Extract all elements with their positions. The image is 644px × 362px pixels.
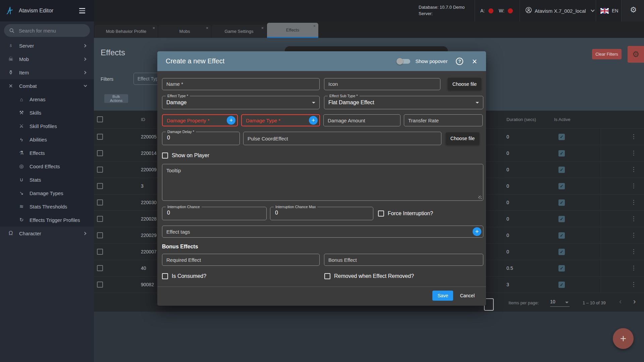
row-checkbox[interactable] bbox=[97, 249, 103, 255]
language-selector[interactable]: EN bbox=[600, 0, 618, 21]
close-icon[interactable]: × bbox=[313, 24, 316, 28]
pulse-choose-file-button[interactable]: Choose file bbox=[446, 132, 479, 145]
resize-handle[interactable] bbox=[478, 196, 482, 199]
row-menu-button[interactable]: ⋮ bbox=[630, 281, 637, 288]
row-duration: 0 bbox=[506, 150, 509, 156]
close-icon[interactable]: × bbox=[261, 26, 264, 30]
interruption-chance-max-field[interactable]: Interruption Chance Max bbox=[270, 207, 373, 220]
damage-property-field[interactable]: Damage Property * + bbox=[162, 114, 238, 126]
row-menu-button[interactable]: ⋮ bbox=[630, 215, 637, 222]
sidebar-item-effects-trigger-profiles[interactable]: ↻ Effects Trigger Profiles bbox=[0, 213, 94, 227]
row-active-checkbox[interactable]: ✓ bbox=[558, 216, 565, 222]
row-menu-button[interactable]: ⋮ bbox=[630, 149, 637, 157]
required-effect-field[interactable] bbox=[162, 254, 320, 266]
row-active-checkbox[interactable]: ✓ bbox=[558, 150, 565, 157]
damage-delay-field[interactable]: Damage Delay * bbox=[162, 132, 240, 145]
damage-amount-field[interactable] bbox=[323, 114, 400, 126]
show-on-player-checkbox[interactable] bbox=[162, 153, 168, 159]
row-menu-button[interactable]: ⋮ bbox=[630, 133, 637, 140]
row-active-checkbox[interactable]: ✓ bbox=[558, 134, 565, 140]
row-active-checkbox[interactable]: ✓ bbox=[558, 249, 565, 255]
sidebar-item-character[interactable]: Ω Character bbox=[0, 227, 94, 240]
cancel-button[interactable]: Cancel bbox=[458, 293, 477, 299]
sidebar-item-skill-profiles[interactable]: ⚔ Skill Profiles bbox=[0, 119, 94, 133]
row-active-checkbox[interactable]: ✓ bbox=[558, 282, 565, 288]
row-active-checkbox[interactable]: ✓ bbox=[558, 265, 565, 272]
clear-filters-button[interactable]: Clear Filters bbox=[592, 49, 622, 59]
tab-game-settings[interactable]: Game Settings × bbox=[212, 25, 266, 38]
row-active-checkbox[interactable]: ✓ bbox=[558, 167, 565, 173]
select-all-checkbox[interactable] bbox=[97, 116, 103, 122]
add-damage-property-button[interactable]: + bbox=[227, 116, 235, 125]
interruption-chance-field[interactable]: Interruption Chance bbox=[162, 207, 267, 220]
settings-gear-icon[interactable]: ⚙ bbox=[630, 6, 637, 14]
icon-choose-file-button[interactable]: Choose file bbox=[448, 78, 481, 90]
sidebar-item-abilities[interactable]: ϟ Abilities bbox=[0, 133, 94, 146]
effect-sub-type-select[interactable]: Effect Sub Type * Flat Damage Effect bbox=[324, 96, 483, 109]
row-checkbox[interactable] bbox=[97, 216, 103, 222]
combat-swords-icon: × bbox=[7, 82, 15, 90]
row-menu-button[interactable]: ⋮ bbox=[630, 166, 637, 173]
row-menu-button[interactable]: ⋮ bbox=[630, 248, 637, 255]
sidebar-item-damage-types[interactable]: ↘ Damage Types bbox=[0, 186, 94, 200]
sidebar-item-effects[interactable]: ⚗ Effects bbox=[0, 146, 94, 160]
add-effect-tag-button[interactable]: + bbox=[473, 227, 481, 236]
sidebar-item-skills[interactable]: ⚒ Skills bbox=[0, 106, 94, 119]
force-interruption-checkbox[interactable] bbox=[378, 210, 384, 217]
row-active-checkbox[interactable]: ✓ bbox=[558, 183, 565, 189]
bulk-actions-button[interactable]: Bulk Actions bbox=[104, 94, 128, 103]
row-menu-button[interactable]: ⋮ bbox=[630, 232, 637, 239]
save-button[interactable]: Save bbox=[432, 291, 453, 301]
effect-type-select[interactable]: Effect Type * Damage bbox=[162, 96, 320, 109]
row-menu-button[interactable]: ⋮ bbox=[630, 199, 637, 206]
bonus-effect-field[interactable] bbox=[324, 254, 483, 266]
sidebar-search[interactable] bbox=[4, 24, 90, 37]
sidebar-item-combat[interactable]: × Combat bbox=[0, 79, 94, 93]
row-checkbox[interactable] bbox=[97, 265, 103, 271]
sidebar-item-server[interactable]: ♁ Server bbox=[0, 39, 94, 52]
effect-tags-field[interactable]: Effect tags + bbox=[162, 226, 483, 238]
sidebar-item-stats[interactable]: ∪ Stats bbox=[0, 173, 94, 186]
add-effect-fab[interactable]: + bbox=[613, 328, 634, 349]
help-icon[interactable]: ? bbox=[456, 58, 463, 65]
row-menu-button[interactable]: ⋮ bbox=[630, 264, 637, 272]
transfer-rate-field[interactable] bbox=[404, 114, 483, 126]
sidebar-item-stats-thresholds[interactable]: ≋ Stats Thresholds bbox=[0, 200, 94, 213]
row-checkbox[interactable] bbox=[97, 282, 103, 288]
close-icon[interactable]: × bbox=[153, 26, 155, 30]
name-field[interactable] bbox=[162, 78, 320, 90]
search-input[interactable] bbox=[18, 27, 82, 34]
tab-mobs[interactable]: Mobs × bbox=[158, 25, 211, 38]
tab-effects[interactable]: Effects × bbox=[267, 23, 318, 38]
removed-when-checkbox[interactable] bbox=[324, 273, 330, 279]
close-icon[interactable]: × bbox=[472, 58, 477, 65]
row-checkbox[interactable] bbox=[97, 134, 103, 140]
icon-field[interactable] bbox=[324, 78, 440, 90]
sidebar-item-mob[interactable]: ☠ Mob bbox=[0, 52, 94, 66]
row-menu-button[interactable]: ⋮ bbox=[630, 182, 637, 189]
pulse-coordeffect-field[interactable] bbox=[243, 132, 441, 145]
account-menu[interactable]: Atavism X.7_002_local bbox=[525, 0, 594, 21]
row-checkbox[interactable] bbox=[97, 150, 103, 156]
sidebar-item-item[interactable]: ⚱ Item bbox=[0, 66, 94, 79]
sidebar-item-arenas[interactable]: ⌂ Arenas bbox=[0, 93, 94, 106]
row-active-checkbox[interactable]: ✓ bbox=[558, 232, 565, 239]
row-checkbox[interactable] bbox=[97, 199, 103, 205]
add-damage-type-button[interactable]: + bbox=[309, 116, 318, 125]
items-per-page-select[interactable]: 10 bbox=[550, 299, 570, 307]
row-checkbox[interactable] bbox=[97, 232, 103, 238]
previous-page-button[interactable]: ‹ bbox=[619, 297, 622, 306]
damage-type-field[interactable]: Damage Type * + bbox=[241, 114, 320, 126]
close-icon[interactable]: × bbox=[206, 26, 208, 30]
menu-hamburger-icon[interactable] bbox=[79, 8, 85, 13]
tab-mob-behavior-profile[interactable]: Mob Behavior Profile × bbox=[95, 25, 158, 38]
table-settings-gear-icon[interactable]: ⚙ bbox=[628, 46, 644, 63]
show-popover-toggle[interactable] bbox=[396, 58, 411, 65]
is-consumed-checkbox[interactable] bbox=[162, 273, 168, 279]
row-active-checkbox[interactable]: ✓ bbox=[558, 199, 565, 206]
next-page-button[interactable]: › bbox=[633, 297, 636, 306]
row-checkbox[interactable] bbox=[97, 183, 103, 189]
row-checkbox[interactable] bbox=[97, 167, 103, 173]
sidebar-item-coord-effects[interactable]: ◎ Coord Effects bbox=[0, 160, 94, 173]
tooltip-field[interactable] bbox=[162, 164, 483, 201]
